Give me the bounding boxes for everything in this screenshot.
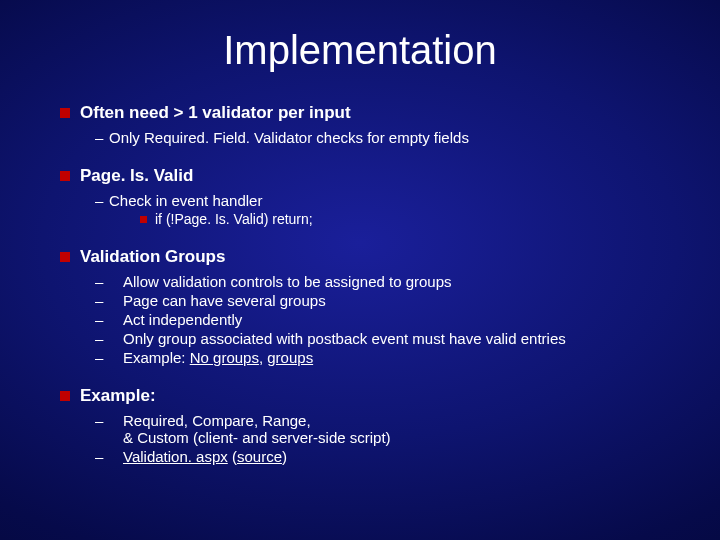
text: , <box>259 349 267 366</box>
bullet-text: Example: <box>80 386 156 406</box>
square-bullet-icon <box>140 216 147 223</box>
text: ) <box>282 448 287 465</box>
square-bullet-icon <box>60 171 70 181</box>
bullet-text: Often need > 1 validator per input <box>80 103 351 123</box>
bullet-level1: Often need > 1 validator per input <box>60 103 690 123</box>
bullet-level3: if (!Page. Is. Valid) return; <box>140 211 690 227</box>
bullet-text: Required, Compare, Range, & Custom (clie… <box>123 412 391 446</box>
dash-icon: – <box>95 448 109 465</box>
square-bullet-icon <box>60 108 70 118</box>
dash-icon: – <box>95 129 109 146</box>
bullet-text: Validation. aspx (source) <box>123 448 287 465</box>
link-groups[interactable]: groups <box>267 349 313 366</box>
bullet-level2: – Act independently <box>95 311 690 328</box>
bullet-text: Validation Groups <box>80 247 225 267</box>
bullet-text: Page can have several groups <box>123 292 326 309</box>
text: Example: <box>123 349 190 366</box>
dash-icon: – <box>95 273 109 290</box>
bullet-level1: Page. Is. Valid <box>60 166 690 186</box>
bullet-level2: – Example: No groups, groups <box>95 349 690 366</box>
bullet-level1: Example: <box>60 386 690 406</box>
dash-icon: – <box>95 192 109 209</box>
link-source[interactable]: source <box>237 448 282 465</box>
dash-icon: – <box>95 412 109 429</box>
bullet-text: Page. Is. Valid <box>80 166 193 186</box>
bullet-text: if (!Page. Is. Valid) return; <box>155 211 313 227</box>
bullet-level2: – Check in event handler <box>95 192 690 209</box>
bullet-level2: – Only Required. Field. Validator checks… <box>95 129 690 146</box>
dash-icon: – <box>95 292 109 309</box>
bullet-text: Act independently <box>123 311 242 328</box>
link-no-groups[interactable]: No groups <box>190 349 259 366</box>
bullet-text: Allow validation controls to be assigned… <box>123 273 452 290</box>
square-bullet-icon <box>60 391 70 401</box>
bullet-level2: – Required, Compare, Range, & Custom (cl… <box>95 412 690 446</box>
square-bullet-icon <box>60 252 70 262</box>
text: ( <box>228 448 237 465</box>
bullet-level2: – Validation. aspx (source) <box>95 448 690 465</box>
dash-icon: – <box>95 330 109 347</box>
bullet-level2: – Only group associated with postback ev… <box>95 330 690 347</box>
bullet-level1: Validation Groups <box>60 247 690 267</box>
dash-icon: – <box>95 349 109 366</box>
bullet-level2: – Page can have several groups <box>95 292 690 309</box>
text-line: Required, Compare, Range, <box>123 412 311 429</box>
link-validation-aspx[interactable]: Validation. aspx <box>123 448 228 465</box>
bullet-level2: – Allow validation controls to be assign… <box>95 273 690 290</box>
slide-title: Implementation <box>30 28 690 73</box>
bullet-text: Only group associated with postback even… <box>123 330 566 347</box>
dash-icon: – <box>95 311 109 328</box>
bullet-text: Only Required. Field. Validator checks f… <box>109 129 469 146</box>
bullet-text: Check in event handler <box>109 192 262 209</box>
text-line: & Custom (client- and server-side script… <box>123 429 391 446</box>
bullet-text: Example: No groups, groups <box>123 349 313 366</box>
